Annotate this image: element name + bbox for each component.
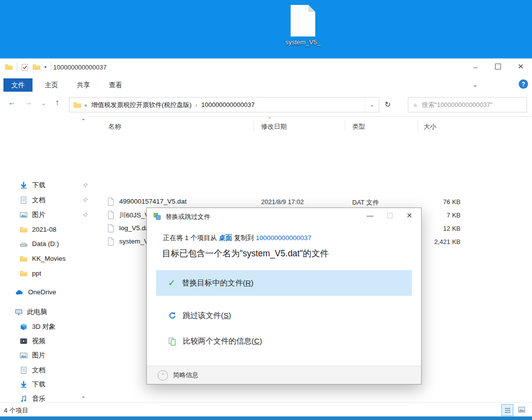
collapse-details-chevron-icon[interactable]: ⌃: [158, 370, 168, 381]
taskbar-edge: [0, 416, 532, 420]
sidebar-item-label: 下载: [32, 181, 45, 190]
file-type: DAT 文件: [352, 198, 379, 207]
breadcrumb-root[interactable]: 增值税发票税控开票软件(税控盘版): [91, 101, 192, 109]
explorer-window: ▾ 100000000000037 – ✕ 文件 主页 共享 查看 ⌄ ? ← …: [0, 58, 532, 417]
dialog-controls: — ✕: [360, 208, 419, 223]
column-divider: [345, 120, 345, 131]
document-icon: [20, 196, 32, 204]
qat-customize-chevron-icon[interactable]: ▾: [44, 65, 47, 70]
tab-view[interactable]: 查看: [101, 78, 130, 92]
close-button[interactable]: ✕: [509, 59, 532, 74]
copy-progress-line: 正在将 1 个项目从 桌面 复制到 100000000000037: [163, 234, 311, 243]
sidebar-item-kk-movies[interactable]: KK_Movies: [0, 252, 100, 265]
sidebar-item-label: 文档: [32, 196, 45, 205]
column-header-type[interactable]: 类型: [352, 122, 365, 131]
sidebar-item-documents[interactable]: 文档: [0, 363, 100, 377]
option-label: 比较两个文件的信息(: [183, 337, 254, 345]
breadcrumb-current[interactable]: 100000000000037: [201, 101, 254, 108]
option-compare-files[interactable]: 比较两个文件的信息(C): [156, 331, 412, 351]
sidebar-item-label: 音乐: [32, 394, 45, 403]
sidebar-item-ppt[interactable]: ppt: [0, 267, 100, 280]
sidebar-item-documents-pinned[interactable]: 文档: [0, 193, 100, 207]
sidebar-item-downloads-pinned[interactable]: 下载: [0, 178, 100, 192]
up-button[interactable]: ↑: [55, 98, 59, 107]
status-bar: 4 个项目: [0, 402, 532, 418]
properties-checkbox-icon[interactable]: [21, 64, 29, 71]
ribbon-collapse-chevron-icon[interactable]: ⌄: [472, 81, 478, 88]
option-label: ): [260, 337, 262, 345]
navigation-toolbar: ← → ⌄ ↑ « 增值税发票税控开票软件(税控盘版) › 1000000000…: [0, 92, 532, 117]
quick-access-toolbar: ▾: [5, 63, 51, 71]
title-bar: ▾ 100000000000037 – ✕: [0, 59, 532, 77]
sidebar-item-pictures[interactable]: 图片: [0, 349, 100, 362]
tab-file[interactable]: 文件: [3, 78, 33, 92]
3d-cube-icon: [20, 323, 32, 331]
option-label: 替换目标中的文件(: [182, 279, 245, 287]
minimize-button[interactable]: –: [464, 59, 487, 74]
divider: [51, 63, 51, 71]
tab-home[interactable]: 主页: [37, 78, 66, 92]
breadcrumb-overflow-icon[interactable]: «: [84, 102, 87, 108]
address-dropdown-chevron-icon[interactable]: ⌄: [365, 98, 379, 112]
dialog-title-bar: 替换或跳过文件 — ✕: [147, 208, 421, 225]
option-accesskey: C: [254, 337, 260, 345]
fewer-details-toggle[interactable]: 简略信息: [173, 371, 199, 380]
picture-icon: [20, 351, 32, 359]
sidebar-item-this-pc[interactable]: 此电脑: [0, 305, 95, 318]
column-header-size[interactable]: 大小: [424, 122, 436, 131]
sidebar-item-music[interactable]: 音乐: [0, 392, 100, 402]
new-folder-icon[interactable]: [33, 63, 40, 71]
refresh-button[interactable]: ↻: [380, 97, 395, 111]
check-icon: ✓: [168, 278, 175, 288]
option-replace-file[interactable]: ✓ 替换目标中的文件(R): [156, 270, 412, 296]
sidebar-item-pictures-pinned[interactable]: 图片: [0, 208, 100, 221]
tab-share[interactable]: 共享: [69, 78, 98, 92]
column-header-date[interactable]: 修改日期: [261, 122, 287, 131]
thumbnails-view-button[interactable]: [516, 404, 527, 415]
recent-locations-chevron-icon[interactable]: ⌄: [41, 100, 46, 106]
maximize-button[interactable]: [487, 59, 509, 74]
sidebar-item-label: 下载: [32, 380, 45, 389]
sidebar-item-label: KK_Movies: [32, 255, 66, 262]
skip-arrow-icon: [168, 312, 176, 320]
sidebar-item-label: 2021-08: [32, 226, 57, 233]
option-skip-file[interactable]: 跳过该文件(S): [156, 306, 412, 325]
folder-icon: [73, 101, 81, 109]
sidebar-scroll-up-icon[interactable]: ⌃: [81, 118, 86, 125]
sidebar-item-3d-objects[interactable]: 3D 对象: [0, 320, 100, 333]
music-note-icon: [20, 395, 32, 403]
computer-icon: [15, 308, 27, 316]
option-label: 跳过该文件(: [183, 311, 224, 319]
address-bar[interactable]: « 增值税发票税控开票软件(税控盘版) › 100000000000037 ⌄: [69, 97, 379, 112]
file-page-icon: [291, 5, 315, 36]
copy-target-link[interactable]: 100000000000037: [256, 234, 311, 242]
help-icon[interactable]: ?: [519, 79, 528, 89]
sidebar-item-videos[interactable]: 视频: [0, 334, 100, 348]
window-title: 100000000000037: [53, 64, 106, 71]
download-icon: [20, 181, 32, 189]
details-view-button[interactable]: [501, 404, 513, 416]
copy-line-prefix: 正在将 1 个项目从: [163, 234, 217, 242]
search-box[interactable]: ⌕: [408, 97, 527, 112]
sidebar-item-onedrive[interactable]: OneDrive: [0, 285, 95, 299]
folder-icon: [20, 226, 32, 234]
sidebar-item-data-d-quick[interactable]: Data (D:): [0, 237, 100, 250]
dialog-minimize-button[interactable]: —: [360, 208, 380, 223]
drive-icon: [20, 240, 32, 248]
back-button[interactable]: ←: [8, 98, 16, 107]
forward-button[interactable]: →: [25, 98, 33, 107]
copy-source-link[interactable]: 桌面: [219, 234, 232, 242]
search-input[interactable]: [421, 101, 527, 109]
column-header-name[interactable]: 名称: [108, 122, 121, 131]
dialog-close-button[interactable]: ✕: [399, 208, 419, 223]
compare-files-icon: [168, 337, 176, 346]
onedrive-cloud-icon: [15, 288, 28, 296]
column-divider: [254, 120, 254, 131]
table-row[interactable]: 499000157417_V5.dat 2021/8/9 17:02 DAT 文…: [91, 195, 525, 209]
sidebar-item-label: 图片: [32, 210, 45, 219]
sidebar-item-downloads[interactable]: 下载: [0, 378, 100, 391]
desktop-file-system-v5[interactable]: system_V5_: [276, 5, 330, 46]
sidebar-item-label: 文档: [32, 366, 45, 375]
sidebar-item-2021-08[interactable]: 2021-08: [0, 223, 100, 236]
picture-icon: [20, 211, 32, 219]
